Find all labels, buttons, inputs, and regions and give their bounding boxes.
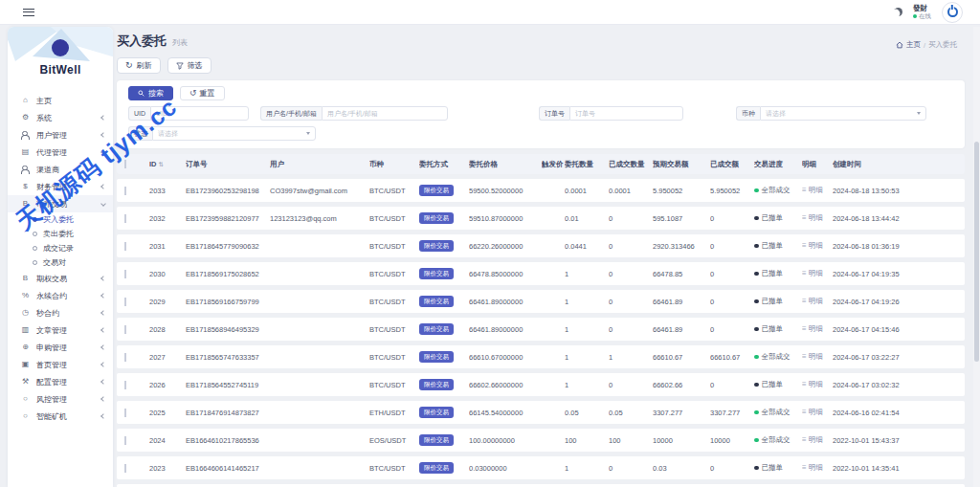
- sidebar-item-币币交易[interactable]: B币币交易: [8, 195, 113, 212]
- cell-order-no: EB1718569166759799: [186, 298, 270, 306]
- cell-id: 2026: [149, 381, 186, 389]
- sidebar-item-文章管理[interactable]: ▥文章管理: [8, 321, 113, 339]
- column-header-ID[interactable]: ID⇅: [149, 160, 186, 168]
- sidebar-subitem-卖出委托[interactable]: 卖出委托: [8, 227, 113, 241]
- search-button[interactable]: 搜索: [128, 86, 173, 100]
- vertical-scrollbar[interactable]: [973, 27, 980, 487]
- sidebar-subitem-label: 成交记录: [43, 243, 74, 254]
- cell-filled-amount: 0: [710, 325, 754, 334]
- sidebar-item-风控管理[interactable]: ○风控管理: [8, 390, 113, 408]
- detail-link[interactable]: ≡明细: [802, 380, 833, 389]
- detail-link[interactable]: ≡明细: [802, 408, 833, 417]
- sidebar-item-配置管理[interactable]: ⚒配置管理: [8, 373, 113, 390]
- detail-link[interactable]: ≡明细: [802, 324, 833, 334]
- filter-select-币种[interactable]: 请选择: [760, 106, 926, 121]
- refresh-button[interactable]: ↻刷新: [117, 57, 161, 74]
- sidebar-item-用户管理[interactable]: 用户管理: [8, 126, 113, 144]
- status-dot: [754, 383, 759, 387]
- row-checkbox[interactable]: [124, 325, 126, 334]
- limit-trade-badge: 限价交易: [419, 462, 454, 474]
- table-row: 2029EB1718569166759799BTC/USDT限价交易66461.…: [117, 290, 965, 313]
- list-icon: ≡: [802, 187, 807, 194]
- cell-filled-amount: 0: [710, 298, 754, 306]
- row-checkbox[interactable]: [124, 242, 126, 251]
- cell-filled-amount: 10000: [710, 436, 754, 445]
- sidebar: BitWell ⌂主页⚙系统用户管理▤代理管理渠道商$财务管理B币币交易买入委托…: [8, 27, 113, 487]
- limit-trade-badge: 限价交易: [419, 240, 454, 252]
- sidebar-item-渠道商[interactable]: 渠道商: [8, 161, 113, 178]
- detail-link[interactable]: ≡明细: [802, 186, 833, 195]
- cell-filled-qty: 0: [609, 381, 653, 389]
- cell-qty: 1: [565, 270, 609, 278]
- reset-button[interactable]: ↺重置: [180, 86, 225, 100]
- circle-icon: ○: [20, 412, 31, 420]
- sidebar-item-首页管理[interactable]: ▣首页管理: [8, 356, 113, 373]
- sidebar-item-label: 首页管理: [36, 360, 101, 370]
- sidebar-subitem-交易对[interactable]: 交易对: [8, 255, 113, 270]
- chevron-left-icon: [100, 149, 106, 155]
- row-checkbox[interactable]: [124, 409, 126, 417]
- dark-mode-moon-icon[interactable]: [894, 8, 902, 16]
- cell-status: 已撤单: [754, 241, 802, 251]
- orders-table: ID⇅订单号用户币种委托方式委托价格触发价委托数量已成交数量预期交易额已成交额交…: [117, 154, 965, 487]
- row-checkbox[interactable]: [124, 436, 126, 445]
- row-checkbox[interactable]: [124, 353, 126, 362]
- avatar[interactable]: [942, 2, 963, 23]
- row-checkbox[interactable]: [124, 187, 126, 195]
- sidebar-item-主页[interactable]: ⌂主页: [8, 92, 113, 109]
- row-checkbox[interactable]: [124, 298, 126, 306]
- cell-order-no: EB1723959882120977: [186, 214, 270, 223]
- detail-link[interactable]: ≡明细: [802, 241, 833, 251]
- hamburger-menu-icon[interactable]: [23, 9, 34, 16]
- user-menu[interactable]: 發財 在线: [913, 5, 931, 19]
- filter-input-用户名/手机/邮箱[interactable]: [322, 106, 448, 121]
- sidebar-item-系统[interactable]: ⚙系统: [8, 109, 113, 126]
- filter-select-状态[interactable]: 请选择: [152, 126, 316, 141]
- status-dot: [754, 410, 759, 415]
- sidebar-item-智能矿机[interactable]: ○智能矿机: [8, 408, 113, 425]
- channel-user-icon: [20, 166, 31, 174]
- cell-method: 限价交易: [419, 240, 469, 252]
- breadcrumb-home[interactable]: 主页: [906, 40, 921, 50]
- scrollbar-thumb[interactable]: [974, 142, 979, 362]
- table-row: 2023EB1664606141465217BTC/USDT限价交易0.0300…: [117, 456, 965, 479]
- cell-detail: ≡明细: [802, 186, 833, 195]
- cell-filled-qty: 0: [609, 464, 653, 473]
- sidebar-item-期权交易[interactable]: B期权交易: [8, 270, 113, 287]
- sidebar-item-财务管理[interactable]: $财务管理: [8, 178, 113, 195]
- cell-filled-qty: 0: [609, 242, 653, 251]
- row-checkbox[interactable]: [124, 464, 126, 473]
- filter-input-UID[interactable]: [150, 106, 249, 121]
- row-checkbox[interactable]: [124, 270, 126, 278]
- sidebar-item-秒合约[interactable]: ◷秒合约: [8, 304, 113, 321]
- detail-link[interactable]: ≡明细: [802, 463, 833, 473]
- sidebar-item-代理管理[interactable]: ▤代理管理: [8, 144, 113, 161]
- row-checkbox[interactable]: [124, 381, 126, 389]
- user-status: 在线: [913, 12, 931, 19]
- sidebar-item-label: 秒合约: [36, 308, 101, 319]
- sort-icon[interactable]: ⇅: [159, 161, 164, 167]
- image-icon: ▣: [20, 361, 31, 368]
- sidebar-item-永续合约[interactable]: %永续合约: [8, 287, 113, 304]
- sidebar-subitem-label: 买入委托: [43, 214, 74, 225]
- column-header-用户: 用户: [270, 160, 369, 169]
- cell-filled-qty: 0.0001: [609, 187, 653, 195]
- detail-link[interactable]: ≡明细: [802, 352, 833, 362]
- detail-link[interactable]: ≡明细: [802, 297, 833, 306]
- column-header-委托数量: 委托数量: [565, 160, 609, 169]
- select-all-checkbox[interactable]: [124, 160, 126, 168]
- filter-input-订单号[interactable]: [569, 106, 683, 121]
- sidebar-item-申购管理[interactable]: ⊕申购管理: [8, 339, 113, 356]
- detail-link[interactable]: ≡明细: [802, 213, 833, 223]
- filter-button[interactable]: 筛选: [167, 57, 212, 74]
- cell-qty: 0.01: [565, 214, 609, 223]
- cell-user: 123123123@qq.com: [270, 214, 369, 223]
- sidebar-subitem-买入委托[interactable]: 买入委托: [8, 212, 113, 227]
- detail-link[interactable]: ≡明细: [802, 269, 833, 278]
- column-header-创建时间: 创建时间: [833, 160, 965, 169]
- sidebar-subitem-label: 交易对: [43, 257, 66, 268]
- cell-order-no: EB1718645779090632: [186, 242, 270, 251]
- sidebar-subitem-成交记录[interactable]: 成交记录: [8, 241, 113, 255]
- detail-link[interactable]: ≡明细: [802, 435, 833, 445]
- row-checkbox[interactable]: [124, 214, 126, 223]
